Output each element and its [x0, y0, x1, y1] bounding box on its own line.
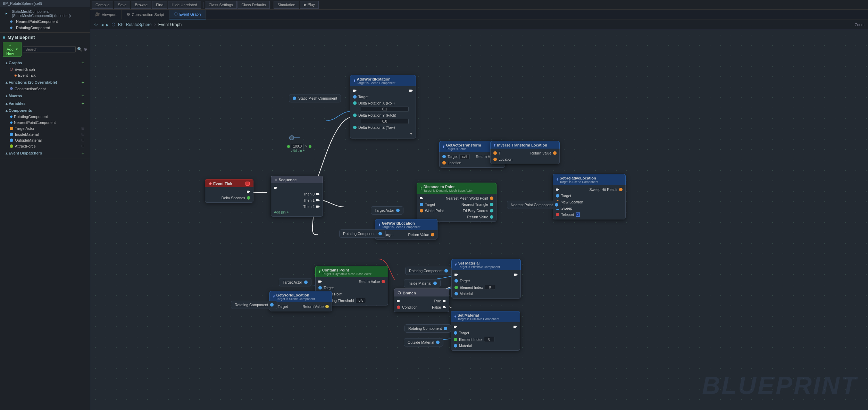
delta-seconds-pin[interactable]	[247, 196, 250, 200]
node-rotating-comp-2[interactable]: Rotating Component	[231, 301, 277, 309]
add-pin-sequence[interactable]: Add pin +	[271, 210, 323, 215]
search-input[interactable]	[23, 46, 76, 52]
value-100[interactable]: 100.0	[291, 144, 304, 149]
cp-return-pin[interactable]	[382, 280, 385, 283]
node-static-mesh-ref[interactable]: Static Mesh Component	[289, 94, 341, 102]
gat-self-box[interactable]: self	[459, 154, 470, 159]
itl-return-pin[interactable]	[553, 151, 557, 155]
gat-loc-pin[interactable]	[442, 161, 446, 165]
add-dispatcher-button[interactable]: +	[82, 150, 84, 156]
compile-button[interactable]: Compile	[92, 1, 113, 9]
sidebar-component-nearest[interactable]: ◆ NearestPointComponent	[3, 119, 87, 125]
static-mesh-out-pin[interactable]	[293, 97, 296, 100]
sm1-material-pin[interactable]	[454, 292, 458, 295]
node-rotating-comp-4[interactable]: Rotating Component	[404, 324, 451, 333]
seq-exec-in[interactable]	[274, 186, 277, 190]
node-target-actor-2[interactable]: Target Actor	[279, 278, 311, 286]
then1-pin[interactable]	[316, 199, 320, 202]
dtp-bary-pin[interactable]	[490, 209, 493, 212]
tab-viewport[interactable]: 🎥 Viewport	[90, 10, 122, 19]
sm2-exec-in[interactable]	[454, 325, 457, 328]
sm2-element-pin[interactable]	[454, 338, 457, 341]
tree-item-static-mesh[interactable]: ▸ StaticMeshComponent (StaticMeshCompone…	[0, 9, 90, 18]
branch-cond-pin[interactable]	[397, 306, 400, 309]
node-get-world-loc-2[interactable]: f GetWorldLocation Target is Scene Compo…	[269, 291, 332, 311]
sm2-material-pin[interactable]	[454, 344, 457, 348]
tree-item-nearest-point[interactable]: ◆ NearestPointComponent	[0, 18, 90, 25]
node-nearest-point-comp[interactable]: Nearest Point Component	[507, 201, 562, 209]
outside-mat-pin[interactable]	[436, 341, 440, 344]
expand-icon[interactable]: ▼	[409, 132, 413, 136]
node-target-actor-1[interactable]: Target Actor	[371, 206, 403, 215]
node-rotating-comp-3[interactable]: Rotating Component	[405, 267, 452, 275]
nearest-point-pin[interactable]	[555, 203, 558, 207]
hide-unrelated-button[interactable]: Hide Unrelated	[168, 1, 201, 9]
exec-out-pin[interactable]	[247, 190, 250, 193]
target-actor-2-pin[interactable]	[304, 281, 308, 284]
sidebar-component-rotating[interactable]: ◆ RotatingComponent	[3, 114, 87, 119]
node-inside-material[interactable]: Inside Material	[404, 279, 441, 287]
target-actor-1-pin[interactable]	[396, 209, 400, 212]
sm1-target-pin[interactable]	[454, 279, 458, 283]
gwl2-return-pin[interactable]	[325, 305, 329, 308]
value-right-pin[interactable]	[309, 145, 311, 148]
node-event-tick[interactable]: ◈ Event Tick Delta Seconds	[205, 179, 253, 203]
srl-exec-in[interactable]	[556, 188, 559, 191]
cp-exec-in[interactable]	[318, 280, 322, 283]
sm2-exec-out[interactable]	[514, 325, 517, 328]
filter-icon[interactable]: ⊕	[84, 47, 87, 52]
node-rotating-comp-1[interactable]: Rotating Component	[339, 229, 386, 238]
dtp-nearest-pin[interactable]	[490, 196, 493, 200]
add-graph-button[interactable]: +	[82, 60, 84, 66]
rotating-4-pin[interactable]	[444, 327, 447, 330]
addworld-exec-in[interactable]	[353, 89, 357, 92]
class-settings-button[interactable]: Class Settings	[205, 1, 237, 9]
dtp-wp-pin[interactable]	[420, 209, 423, 212]
sm1-exec-out[interactable]	[514, 273, 518, 276]
sm2-element-value[interactable]: 0	[484, 337, 494, 342]
class-defaults-button[interactable]: Class Defaults	[237, 1, 270, 9]
roll-value-box[interactable]: 0.1	[361, 107, 409, 112]
cp-target-pin[interactable]	[318, 286, 322, 290]
play-button[interactable]: ▶ Play	[300, 1, 319, 9]
add-pin-btn[interactable]: Add pin +	[287, 149, 311, 152]
sm1-element-value[interactable]: 0	[485, 285, 495, 290]
srl-target-pin[interactable]	[556, 194, 559, 198]
node-set-material-2[interactable]: f Set Material Target is Primitive Compo…	[451, 311, 520, 351]
node-set-material-1[interactable]: f Set Material Target is Primitive Compo…	[451, 259, 521, 299]
node-outside-material[interactable]: Outside Material	[404, 338, 443, 346]
node-add-world-rotation[interactable]: f AddWorldRotation Target is Scene Compo…	[350, 75, 416, 139]
gat-target-pin[interactable]	[442, 155, 446, 158]
simulation-button[interactable]: Simulation	[274, 1, 299, 9]
sidebar-item-construction[interactable]: ⚙ ConstructionScript	[3, 86, 87, 92]
winding-value[interactable]: 0.5	[356, 298, 366, 303]
sm1-exec-in[interactable]	[454, 273, 458, 276]
sidebar-item-eventtick[interactable]: ◈ Event Tick	[3, 72, 87, 78]
node-branch[interactable]: ⬡ Branch True Condition	[394, 288, 449, 312]
section-components[interactable]: ▴ Components	[3, 107, 87, 114]
dtp-return-pin[interactable]	[490, 215, 493, 219]
save-button[interactable]: Save	[114, 1, 130, 9]
sidebar-var-inside-material[interactable]: InsideMaterial ⊞	[3, 131, 87, 137]
then2-pin[interactable]	[316, 205, 320, 208]
sidebar-item-eventgraph[interactable]: ⬡ EventGraph	[3, 66, 87, 72]
aw-yaw-pin[interactable]	[353, 126, 357, 129]
rotating-2-pin[interactable]	[270, 303, 274, 307]
add-function-button[interactable]: +	[82, 80, 84, 85]
add-macro-button[interactable]: +	[82, 93, 84, 99]
section-graphs[interactable]: ▴ Graphs +	[3, 59, 87, 66]
node-distance-to-point[interactable]: f Distance to Point Target is Dynamic Me…	[417, 183, 496, 222]
sm1-element-pin[interactable]	[454, 286, 458, 289]
dtp-triangle-pin[interactable]	[490, 203, 493, 206]
dtp-exec-in[interactable]	[420, 196, 423, 200]
teleport-checkbox[interactable]: ✓	[576, 212, 580, 217]
section-variables[interactable]: ▴ Variables +	[3, 99, 87, 107]
add-variable-button[interactable]: +	[82, 101, 84, 106]
branch-true-pin[interactable]	[443, 299, 446, 303]
add-new-button[interactable]: + Add New ▼	[3, 42, 22, 57]
pitch-value-box[interactable]: 0.0	[361, 119, 409, 124]
gwl1-return-pin[interactable]	[431, 233, 434, 236]
section-event-dispatchers[interactable]: ▴ Event Dispatchers +	[3, 149, 87, 157]
home-button[interactable]: ☆	[94, 22, 98, 27]
tab-construction-script[interactable]: ⚙ Construction Script	[122, 10, 169, 19]
